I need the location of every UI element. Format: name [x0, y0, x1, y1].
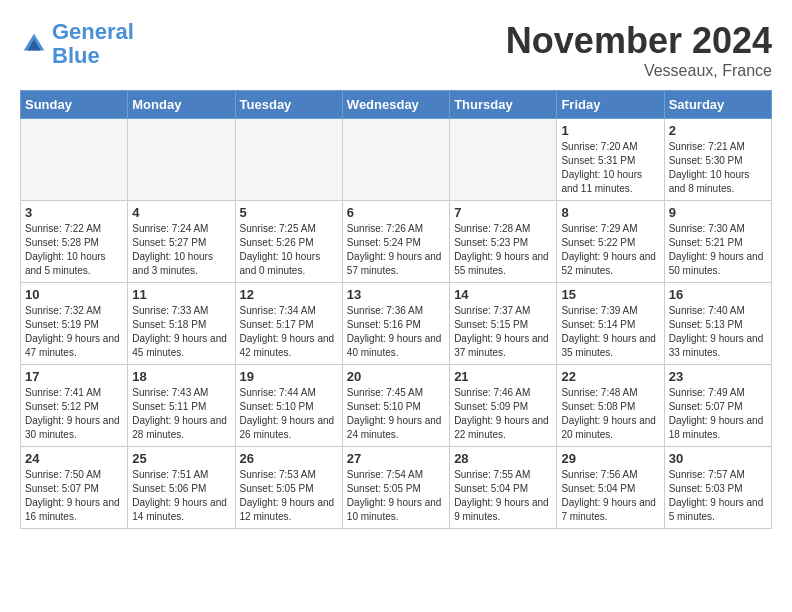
day-info: Sunrise: 7:45 AM Sunset: 5:10 PM Dayligh… — [347, 386, 445, 442]
table-row: 15 Sunrise: 7:39 AM Sunset: 5:14 PM Dayl… — [557, 283, 664, 365]
month-title: November 2024 — [506, 20, 772, 62]
table-row: 22 Sunrise: 7:48 AM Sunset: 5:08 PM Dayl… — [557, 365, 664, 447]
day-number: 14 — [454, 287, 552, 302]
day-number: 20 — [347, 369, 445, 384]
table-row: 4 Sunrise: 7:24 AM Sunset: 5:27 PM Dayli… — [128, 201, 235, 283]
day-number: 3 — [25, 205, 123, 220]
day-info: Sunrise: 7:50 AM Sunset: 5:07 PM Dayligh… — [25, 468, 123, 524]
table-row: 16 Sunrise: 7:40 AM Sunset: 5:13 PM Dayl… — [664, 283, 771, 365]
day-info: Sunrise: 7:51 AM Sunset: 5:06 PM Dayligh… — [132, 468, 230, 524]
calendar-week-row: 3 Sunrise: 7:22 AM Sunset: 5:28 PM Dayli… — [21, 201, 772, 283]
calendar-week-row: 10 Sunrise: 7:32 AM Sunset: 5:19 PM Dayl… — [21, 283, 772, 365]
day-number: 2 — [669, 123, 767, 138]
day-info: Sunrise: 7:56 AM Sunset: 5:04 PM Dayligh… — [561, 468, 659, 524]
col-wednesday: Wednesday — [342, 91, 449, 119]
location: Vesseaux, France — [506, 62, 772, 80]
day-number: 16 — [669, 287, 767, 302]
table-row: 19 Sunrise: 7:44 AM Sunset: 5:10 PM Dayl… — [235, 365, 342, 447]
table-row: 2 Sunrise: 7:21 AM Sunset: 5:30 PM Dayli… — [664, 119, 771, 201]
table-row: 12 Sunrise: 7:34 AM Sunset: 5:17 PM Dayl… — [235, 283, 342, 365]
table-row: 17 Sunrise: 7:41 AM Sunset: 5:12 PM Dayl… — [21, 365, 128, 447]
table-row: 7 Sunrise: 7:28 AM Sunset: 5:23 PM Dayli… — [450, 201, 557, 283]
table-row: 10 Sunrise: 7:32 AM Sunset: 5:19 PM Dayl… — [21, 283, 128, 365]
table-row: 23 Sunrise: 7:49 AM Sunset: 5:07 PM Dayl… — [664, 365, 771, 447]
day-info: Sunrise: 7:57 AM Sunset: 5:03 PM Dayligh… — [669, 468, 767, 524]
day-number: 12 — [240, 287, 338, 302]
day-info: Sunrise: 7:26 AM Sunset: 5:24 PM Dayligh… — [347, 222, 445, 278]
day-info: Sunrise: 7:44 AM Sunset: 5:10 PM Dayligh… — [240, 386, 338, 442]
table-row: 26 Sunrise: 7:53 AM Sunset: 5:05 PM Dayl… — [235, 447, 342, 529]
table-row: 5 Sunrise: 7:25 AM Sunset: 5:26 PM Dayli… — [235, 201, 342, 283]
logo-icon — [20, 30, 48, 58]
day-info: Sunrise: 7:49 AM Sunset: 5:07 PM Dayligh… — [669, 386, 767, 442]
day-info: Sunrise: 7:40 AM Sunset: 5:13 PM Dayligh… — [669, 304, 767, 360]
day-number: 6 — [347, 205, 445, 220]
logo-general: General — [52, 19, 134, 44]
day-number: 29 — [561, 451, 659, 466]
col-saturday: Saturday — [664, 91, 771, 119]
table-row: 3 Sunrise: 7:22 AM Sunset: 5:28 PM Dayli… — [21, 201, 128, 283]
day-info: Sunrise: 7:41 AM Sunset: 5:12 PM Dayligh… — [25, 386, 123, 442]
calendar-week-row: 1 Sunrise: 7:20 AM Sunset: 5:31 PM Dayli… — [21, 119, 772, 201]
day-number: 11 — [132, 287, 230, 302]
day-number: 8 — [561, 205, 659, 220]
day-info: Sunrise: 7:54 AM Sunset: 5:05 PM Dayligh… — [347, 468, 445, 524]
table-row — [450, 119, 557, 201]
table-row: 28 Sunrise: 7:55 AM Sunset: 5:04 PM Dayl… — [450, 447, 557, 529]
day-info: Sunrise: 7:43 AM Sunset: 5:11 PM Dayligh… — [132, 386, 230, 442]
col-thursday: Thursday — [450, 91, 557, 119]
table-row: 27 Sunrise: 7:54 AM Sunset: 5:05 PM Dayl… — [342, 447, 449, 529]
day-info: Sunrise: 7:53 AM Sunset: 5:05 PM Dayligh… — [240, 468, 338, 524]
day-number: 5 — [240, 205, 338, 220]
table-row: 30 Sunrise: 7:57 AM Sunset: 5:03 PM Dayl… — [664, 447, 771, 529]
day-info: Sunrise: 7:34 AM Sunset: 5:17 PM Dayligh… — [240, 304, 338, 360]
day-number: 27 — [347, 451, 445, 466]
table-row: 14 Sunrise: 7:37 AM Sunset: 5:15 PM Dayl… — [450, 283, 557, 365]
day-info: Sunrise: 7:25 AM Sunset: 5:26 PM Dayligh… — [240, 222, 338, 278]
day-info: Sunrise: 7:36 AM Sunset: 5:16 PM Dayligh… — [347, 304, 445, 360]
day-info: Sunrise: 7:29 AM Sunset: 5:22 PM Dayligh… — [561, 222, 659, 278]
table-row: 1 Sunrise: 7:20 AM Sunset: 5:31 PM Dayli… — [557, 119, 664, 201]
day-info: Sunrise: 7:55 AM Sunset: 5:04 PM Dayligh… — [454, 468, 552, 524]
day-number: 25 — [132, 451, 230, 466]
table-row: 9 Sunrise: 7:30 AM Sunset: 5:21 PM Dayli… — [664, 201, 771, 283]
day-number: 22 — [561, 369, 659, 384]
day-number: 23 — [669, 369, 767, 384]
day-info: Sunrise: 7:22 AM Sunset: 5:28 PM Dayligh… — [25, 222, 123, 278]
table-row: 24 Sunrise: 7:50 AM Sunset: 5:07 PM Dayl… — [21, 447, 128, 529]
table-row: 6 Sunrise: 7:26 AM Sunset: 5:24 PM Dayli… — [342, 201, 449, 283]
table-row — [342, 119, 449, 201]
col-monday: Monday — [128, 91, 235, 119]
day-number: 17 — [25, 369, 123, 384]
day-info: Sunrise: 7:33 AM Sunset: 5:18 PM Dayligh… — [132, 304, 230, 360]
day-number: 19 — [240, 369, 338, 384]
day-number: 7 — [454, 205, 552, 220]
table-row: 8 Sunrise: 7:29 AM Sunset: 5:22 PM Dayli… — [557, 201, 664, 283]
day-number: 10 — [25, 287, 123, 302]
day-info: Sunrise: 7:37 AM Sunset: 5:15 PM Dayligh… — [454, 304, 552, 360]
col-friday: Friday — [557, 91, 664, 119]
day-number: 26 — [240, 451, 338, 466]
table-row: 25 Sunrise: 7:51 AM Sunset: 5:06 PM Dayl… — [128, 447, 235, 529]
day-info: Sunrise: 7:46 AM Sunset: 5:09 PM Dayligh… — [454, 386, 552, 442]
title-block: November 2024 Vesseaux, France — [506, 20, 772, 80]
table-row: 11 Sunrise: 7:33 AM Sunset: 5:18 PM Dayl… — [128, 283, 235, 365]
col-tuesday: Tuesday — [235, 91, 342, 119]
day-info: Sunrise: 7:28 AM Sunset: 5:23 PM Dayligh… — [454, 222, 552, 278]
day-info: Sunrise: 7:48 AM Sunset: 5:08 PM Dayligh… — [561, 386, 659, 442]
day-number: 15 — [561, 287, 659, 302]
logo: General Blue — [20, 20, 134, 68]
day-number: 1 — [561, 123, 659, 138]
day-info: Sunrise: 7:32 AM Sunset: 5:19 PM Dayligh… — [25, 304, 123, 360]
calendar-week-row: 24 Sunrise: 7:50 AM Sunset: 5:07 PM Dayl… — [21, 447, 772, 529]
day-number: 18 — [132, 369, 230, 384]
day-number: 24 — [25, 451, 123, 466]
logo-blue: Blue — [52, 43, 100, 68]
table-row: 13 Sunrise: 7:36 AM Sunset: 5:16 PM Dayl… — [342, 283, 449, 365]
day-info: Sunrise: 7:30 AM Sunset: 5:21 PM Dayligh… — [669, 222, 767, 278]
page-header: General Blue November 2024 Vesseaux, Fra… — [20, 20, 772, 80]
col-sunday: Sunday — [21, 91, 128, 119]
table-row: 21 Sunrise: 7:46 AM Sunset: 5:09 PM Dayl… — [450, 365, 557, 447]
calendar-week-row: 17 Sunrise: 7:41 AM Sunset: 5:12 PM Dayl… — [21, 365, 772, 447]
day-number: 28 — [454, 451, 552, 466]
